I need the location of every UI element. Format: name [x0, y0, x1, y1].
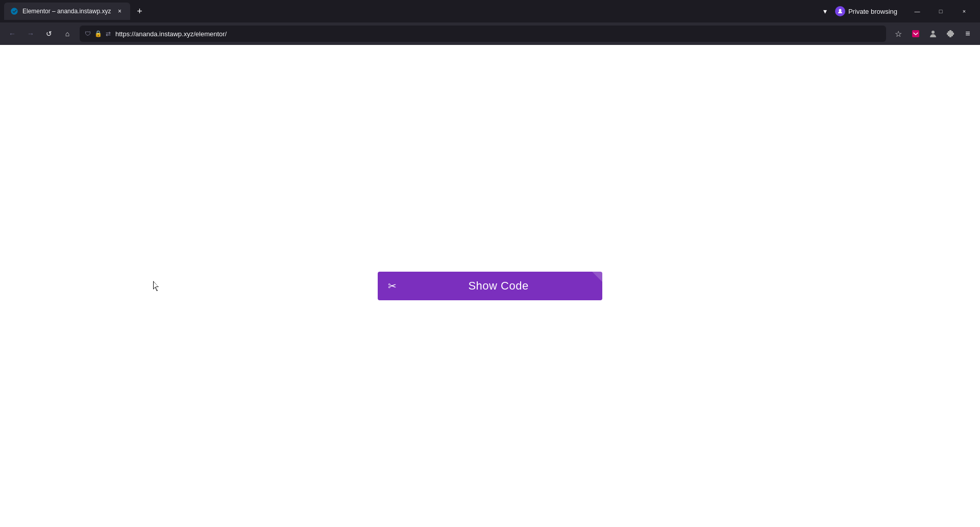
- tab-bar: Elementor – ananda.instawp.xyz × + ▾ Pri…: [0, 0, 980, 22]
- active-tab[interactable]: Elementor – ananda.instawp.xyz ×: [4, 3, 130, 20]
- page-content: ✂ Show Code: [0, 45, 980, 527]
- tab-dropdown-button[interactable]: ▾: [819, 5, 831, 17]
- toolbar-icons: ☆ ≡: [890, 26, 976, 42]
- show-code-label: Show Code: [405, 279, 592, 293]
- tab-title: Elementor – ananda.instawp.xyz: [22, 8, 111, 15]
- tab-close-button[interactable]: ×: [115, 7, 124, 16]
- svg-rect-1: [912, 30, 919, 37]
- tab-favicon: [10, 7, 18, 15]
- window-controls: — □ ×: [905, 0, 976, 22]
- security-lock-icon: 🔒: [94, 30, 102, 38]
- new-tab-button[interactable]: +: [132, 4, 146, 18]
- private-browsing-icon: [835, 6, 845, 16]
- private-browsing-label: Private browsing: [848, 8, 897, 15]
- back-button[interactable]: ←: [4, 26, 20, 42]
- show-code-button[interactable]: ✂ Show Code: [378, 272, 602, 300]
- address-bar[interactable]: 🛡 🔒 ⇄ https://ananda.instawp.xyz/element…: [80, 26, 886, 42]
- forward-button[interactable]: →: [22, 26, 39, 42]
- minimize-button[interactable]: —: [905, 0, 929, 22]
- pocket-button[interactable]: [908, 26, 924, 42]
- menu-button[interactable]: ≡: [960, 26, 976, 42]
- nav-bar: ← → ↺ ⌂ 🛡 🔒 ⇄ https://ananda.instawp.xyz…: [0, 22, 980, 45]
- mouse-cursor: [153, 281, 159, 291]
- extensions-button[interactable]: [942, 26, 959, 42]
- home-button[interactable]: ⌂: [59, 26, 76, 42]
- svg-point-0: [839, 9, 841, 12]
- scissors-icon: ✂: [388, 280, 397, 292]
- account-button[interactable]: [925, 26, 941, 42]
- browser-chrome: Elementor – ananda.instawp.xyz × + ▾ Pri…: [0, 0, 980, 45]
- redirect-icon: ⇄: [104, 30, 112, 38]
- address-bar-security-icons: 🛡 🔒 ⇄: [84, 30, 112, 38]
- tracking-protection-icon: 🛡: [84, 30, 92, 38]
- url-text: https://ananda.instawp.xyz/elementor/: [115, 30, 882, 38]
- maximize-button[interactable]: □: [929, 0, 952, 22]
- refresh-button[interactable]: ↺: [41, 26, 57, 42]
- private-browsing-indicator: Private browsing: [835, 6, 897, 16]
- bookmark-star-button[interactable]: ☆: [890, 26, 906, 42]
- close-window-button[interactable]: ×: [952, 0, 976, 22]
- svg-point-2: [932, 31, 935, 34]
